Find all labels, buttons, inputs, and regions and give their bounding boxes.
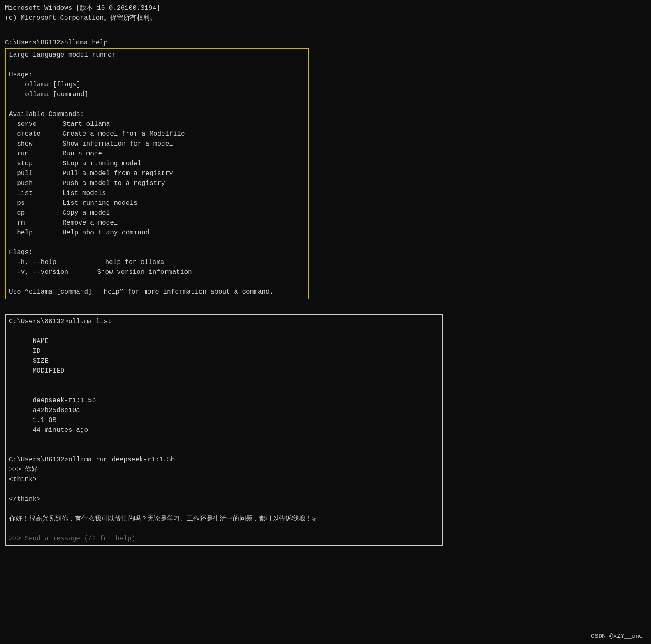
- user-input-line: >>> 你好: [9, 465, 439, 475]
- flag-item: -h, --help help for ollama: [9, 257, 305, 267]
- command-name: create: [9, 129, 63, 139]
- footer: CSDN @XZY__one: [591, 633, 643, 640]
- command-desc: Help about any command: [63, 229, 149, 236]
- command-item: listList models: [9, 188, 305, 198]
- model-id: a42b25d8c10a: [33, 405, 109, 415]
- help-footer-note: Use “ollama [command] --help” for more i…: [9, 287, 305, 297]
- col-id-header: ID: [33, 346, 109, 356]
- table-row: deepseek-r1:1.5b a42b25d8c10a 1.1 GB 44 …: [9, 386, 439, 445]
- command-name: stop: [9, 159, 63, 169]
- command-desc: Show information for a model: [63, 140, 173, 148]
- terminal: Microsoft Windows [版本 10.0.26100.3194] (…: [0, 0, 651, 553]
- command-name: help: [9, 228, 63, 238]
- flags-list: -h, --help help for ollama -v, --version…: [9, 257, 305, 277]
- flag-name: -v, --version: [9, 267, 89, 277]
- commands-list: serveStart ollama createCreate a model f…: [9, 119, 305, 238]
- windows-copyright-line: (c) Microsoft Corporation。保留所有权利。: [5, 13, 646, 23]
- list-prompt-line: C:\Users\86132>ollama list: [9, 317, 439, 327]
- command-desc: Create a model from a Modelfile: [63, 130, 185, 138]
- help-prompt-line: C:\Users\86132>ollama help: [5, 38, 646, 48]
- usage-line-2: ollama [command]: [9, 90, 305, 100]
- usage-label: Usage:: [9, 70, 305, 80]
- command-name: pull: [9, 169, 63, 178]
- flag-desc: help for ollama: [89, 259, 164, 266]
- command-item: rmRemove a model: [9, 218, 305, 228]
- available-commands-label: Available Commands:: [9, 109, 305, 119]
- command-item: createCreate a model from a Modelfile: [9, 129, 305, 139]
- command-name: push: [9, 178, 63, 188]
- command-item: runRun a model: [9, 149, 305, 159]
- command-item: psList running models: [9, 198, 305, 208]
- command-name: run: [9, 149, 63, 159]
- col-name-header: NAME: [33, 336, 115, 346]
- command-name: list: [9, 188, 63, 198]
- command-item: pullPull a model from a registry: [9, 169, 305, 178]
- windows-version-line: Microsoft Windows [版本 10.0.26100.3194]: [5, 3, 646, 13]
- help-title: Large language model runner: [9, 50, 305, 60]
- command-name: cp: [9, 208, 63, 218]
- think-open-tag: <think>: [9, 475, 439, 484]
- model-size: 1.1 GB: [33, 415, 78, 425]
- flags-label: Flags:: [9, 248, 305, 257]
- command-name: rm: [9, 218, 63, 228]
- flag-item: -v, --version Show version information: [9, 267, 305, 277]
- command-name: show: [9, 139, 63, 149]
- command-item: cpCopy a model: [9, 208, 305, 218]
- usage-line-1: ollama [flags]: [9, 80, 305, 90]
- run-prompt-line: C:\Users\86132>ollama run deepseek-r1:1.…: [9, 455, 439, 465]
- ai-response: 你好！很高兴见到你，有什么我可以帮忙的吗？无论是学习、工作还是生活中的问题，都可…: [9, 514, 439, 524]
- command-item: helpHelp about any command: [9, 228, 305, 238]
- col-modified-header: MODIFIED: [33, 367, 65, 375]
- list-run-box: C:\Users\86132>ollama list NAME ID SIZE …: [5, 314, 443, 546]
- footer-text: CSDN @XZY__one: [591, 633, 643, 640]
- command-desc: Stop a running model: [63, 160, 141, 167]
- think-close-tag: </think>: [9, 494, 439, 504]
- flag-name: -h, --help: [9, 257, 89, 267]
- command-item: showShow information for a model: [9, 139, 305, 149]
- command-desc: Pull a model from a registry: [63, 170, 173, 177]
- command-item: stopStop a running model: [9, 159, 305, 169]
- input-placeholder-line[interactable]: >>> Send a message (/? for help): [9, 534, 439, 544]
- command-item: serveStart ollama: [9, 119, 305, 129]
- windows-header: Microsoft Windows [版本 10.0.26100.3194] (…: [5, 3, 646, 23]
- help-output-box: Large language model runner Usage: ollam…: [5, 48, 309, 299]
- command-desc: Remove a model: [63, 219, 118, 227]
- command-desc: List running models: [63, 199, 137, 207]
- model-modified: 44 minutes ago: [33, 426, 88, 434]
- command-item: pushPush a model to a registry: [9, 178, 305, 188]
- command-desc: Copy a model: [63, 209, 110, 217]
- flag-desc: Show version information: [89, 269, 192, 276]
- command-desc: Start ollama: [63, 120, 110, 128]
- command-desc: List models: [63, 190, 106, 197]
- command-name: ps: [9, 198, 63, 208]
- command-name: serve: [9, 119, 63, 129]
- command-desc: Push a model to a registry: [63, 180, 165, 187]
- command-desc: Run a model: [63, 150, 106, 158]
- table-header-row: NAME ID SIZE MODIFIED: [9, 327, 439, 386]
- col-size-header: SIZE: [33, 356, 78, 366]
- model-name: deepseek-r1:1.5b: [33, 396, 115, 405]
